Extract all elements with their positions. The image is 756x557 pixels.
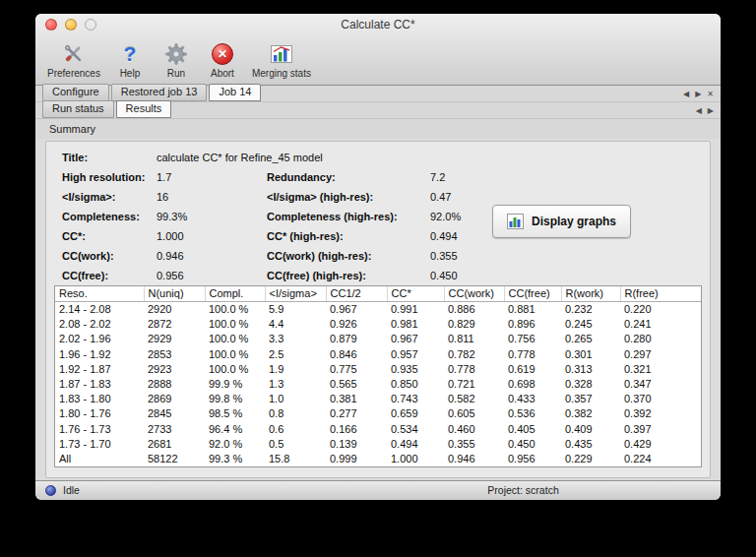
titlebar[interactable]: Calculate CC* xyxy=(35,14,721,35)
table-cell: 0.392 xyxy=(620,406,701,421)
table-cell: 0.357 xyxy=(561,392,620,406)
toolbar-button-run[interactable]: Run xyxy=(159,40,193,79)
table-cell: 0.433 xyxy=(504,392,561,406)
abort-icon: ✕ xyxy=(209,40,235,67)
table-cell: 2872 xyxy=(144,317,205,332)
summary-value: 0.946 xyxy=(157,250,267,262)
table-cell: 2923 xyxy=(144,362,205,377)
toolbar-button-merging-stats[interactable]: Merging stats xyxy=(252,40,311,79)
table-cell: 0.811 xyxy=(444,332,504,346)
table-cell: 0.166 xyxy=(326,422,387,437)
toolbar-button-label: Abort xyxy=(211,68,234,79)
table-cell: 0.139 xyxy=(326,437,387,452)
summary-value: 0.450 xyxy=(430,270,613,281)
table-row[interactable]: 1.87 - 1.83288899.9 %1.30.5650.8500.7210… xyxy=(55,377,701,392)
merging-stats-icon xyxy=(268,40,294,67)
table-cell: 1.83 - 1.80 xyxy=(55,392,144,406)
display-graphs-button[interactable]: Display graphs xyxy=(492,205,631,238)
table-cell: 58122 xyxy=(144,452,205,466)
table-cell: 0.301 xyxy=(561,347,620,362)
table-cell: 1.3 xyxy=(265,377,326,392)
summary-label: Completeness (high-res): xyxy=(267,211,430,222)
project-label: Project: scratch xyxy=(487,484,558,496)
table-cell: 100.0 % xyxy=(205,362,265,377)
table-cell: 0.8 xyxy=(265,406,326,421)
table-row[interactable]: All5812299.3 %15.80.9991.0000.9460.9560.… xyxy=(55,452,701,466)
help-icon: ? xyxy=(116,40,143,67)
results-table-container: Reso.N(uniq)Compl.<I/sigma>CC1/2CC*CC(wo… xyxy=(54,285,702,467)
summary-label: <I/sigma> (high-res): xyxy=(267,191,430,203)
column-header-n-uniq[interactable]: N(uniq) xyxy=(144,286,205,302)
summary-label: CC(free) (high-res): xyxy=(267,270,430,281)
table-cell: 0.229 xyxy=(561,452,620,466)
minimize-button[interactable] xyxy=(65,19,77,31)
summary-label: Completeness: xyxy=(62,211,157,222)
table-cell: 0.382 xyxy=(561,406,620,421)
table-cell: 0.245 xyxy=(561,317,620,332)
summary-label: CC(work) (high-res): xyxy=(267,250,430,262)
table-row[interactable]: 1.73 - 1.70268192.0 %0.50.1390.4940.3550… xyxy=(55,437,701,452)
summary-label: CC*: xyxy=(62,230,157,242)
close-button[interactable] xyxy=(45,19,57,31)
tab-close-icon[interactable]: ✕ xyxy=(707,90,714,99)
table-row[interactable]: 1.92 - 1.872923100.0 %1.90.7750.9350.778… xyxy=(55,362,701,377)
table-row[interactable]: 1.83 - 1.80286999.8 %1.00.3810.7430.5820… xyxy=(55,392,701,406)
toolbar-button-preferences[interactable]: Preferences xyxy=(47,40,100,79)
table-cell: 99.3 % xyxy=(205,452,265,466)
table-row[interactable]: 1.96 - 1.922853100.0 %2.50.8460.9570.782… xyxy=(55,347,701,362)
column-header-compl[interactable]: Compl. xyxy=(205,286,265,302)
result-tab-results[interactable]: Results xyxy=(116,100,172,118)
column-header-cc-free[interactable]: CC(free) xyxy=(504,286,561,302)
table-cell: 0.450 xyxy=(504,437,561,452)
table-cell: 100.0 % xyxy=(205,332,265,346)
table-cell: 2888 xyxy=(144,377,205,392)
column-header-cc-work[interactable]: CC(work) xyxy=(444,286,504,302)
table-cell: 100.0 % xyxy=(205,302,265,318)
zoom-button[interactable] xyxy=(85,19,96,31)
table-cell: 5.9 xyxy=(265,302,326,318)
tab-scroll-left-icon[interactable]: ◀ xyxy=(683,90,689,99)
table-cell: 1.0 xyxy=(265,392,326,406)
column-header-reso[interactable]: Reso. xyxy=(55,286,144,302)
toolbar-button-help[interactable]: ?Help xyxy=(113,40,147,79)
results-panel: Title:calculate CC* for Refine_45 modelH… xyxy=(45,141,711,478)
table-cell: 0.381 xyxy=(326,392,387,406)
bar-chart-icon xyxy=(507,214,524,229)
table-header-row: Reso.N(uniq)Compl.<I/sigma>CC1/2CC*CC(wo… xyxy=(55,286,701,302)
table-cell: 0.619 xyxy=(504,362,561,377)
job-tab-job-14[interactable]: Job 14 xyxy=(209,84,261,101)
table-row[interactable]: 1.76 - 1.73273396.4 %0.60.1660.5340.4600… xyxy=(55,422,701,437)
table-cell: 92.0 % xyxy=(205,437,265,452)
table-row[interactable]: 2.08 - 2.022872100.0 %4.40.9260.9810.829… xyxy=(55,317,701,332)
column-header-r-free[interactable]: R(free) xyxy=(620,286,701,302)
table-row[interactable]: 1.80 - 1.76284598.5 %0.80.2770.6590.6050… xyxy=(55,406,701,421)
column-header-cc1-2[interactable]: CC1/2 xyxy=(326,286,387,302)
toolbar-button-abort[interactable]: ✕Abort xyxy=(206,40,239,79)
results-table: Reso.N(uniq)Compl.<I/sigma>CC1/2CC*CC(wo… xyxy=(55,286,701,466)
table-row[interactable]: 2.02 - 1.962929100.0 %3.30.8790.9670.811… xyxy=(55,332,701,346)
traffic-lights xyxy=(45,19,96,31)
summary-label: Redundancy: xyxy=(267,171,430,183)
tab-scroll-right-icon[interactable]: ▶ xyxy=(708,106,714,116)
table-row[interactable]: 2.14 - 2.082920100.0 %5.90.9670.9910.886… xyxy=(55,302,701,318)
table-cell: 0.224 xyxy=(620,452,701,466)
table-cell: 2869 xyxy=(144,392,205,406)
table-cell: 0.277 xyxy=(326,406,387,421)
table-cell: 0.265 xyxy=(561,332,620,346)
table-cell: 4.4 xyxy=(265,317,326,332)
table-cell: 100.0 % xyxy=(205,347,265,362)
table-cell: 2.02 - 1.96 xyxy=(55,332,144,346)
table-cell: 0.999 xyxy=(326,452,387,466)
job-tab-restored-job-13[interactable]: Restored job 13 xyxy=(111,84,208,101)
column-header-cc[interactable]: CC* xyxy=(387,286,444,302)
column-header-i-sigma[interactable]: <I/sigma> xyxy=(265,286,326,302)
column-header-r-work[interactable]: R(work) xyxy=(561,286,620,302)
table-cell: 98.5 % xyxy=(205,406,265,421)
table-cell: 99.9 % xyxy=(205,377,265,392)
job-tab-configure[interactable]: Configure xyxy=(42,84,109,101)
result-tab-run-status[interactable]: Run status xyxy=(42,100,114,118)
table-cell: 0.232 xyxy=(561,302,620,318)
tab-scroll-right-icon[interactable]: ▶ xyxy=(695,90,701,99)
tab-scroll-left-icon[interactable]: ◀ xyxy=(696,106,702,116)
table-cell: 96.4 % xyxy=(205,422,265,437)
